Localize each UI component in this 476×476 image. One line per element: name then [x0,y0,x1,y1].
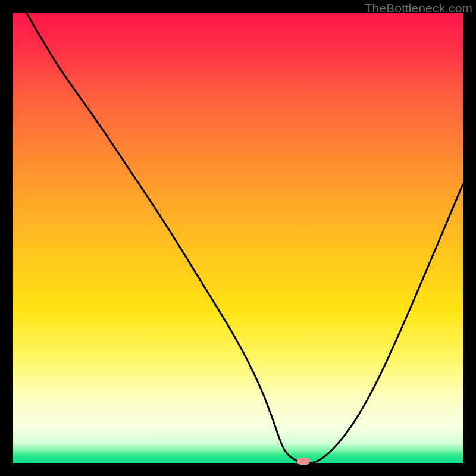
watermark-text: TheBottleneck.com [365,1,472,15]
bottleneck-curve [13,13,463,463]
optimal-marker [297,458,310,465]
plot-area [13,13,463,463]
chart-frame: TheBottleneck.com [0,0,476,476]
